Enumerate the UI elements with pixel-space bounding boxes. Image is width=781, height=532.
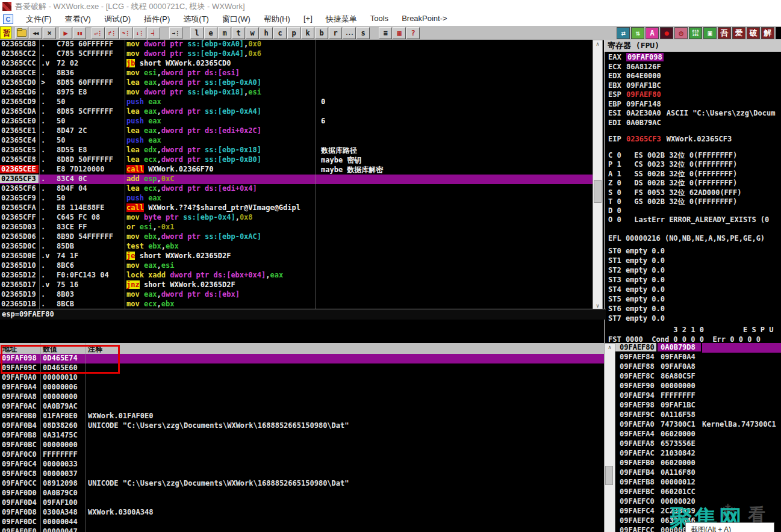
disasm-row[interactable]: 02365CC2.C785 5CFFFFFFmov dword ptr ss:[… [0,49,593,59]
stack-row[interactable]: 09FAEFBC060201CC [615,487,781,497]
dump-row[interactable]: 09FAF0BC00000000 [0,441,604,450]
jie-button[interactable]: 解 [761,27,774,39]
disassembly-scrollbar[interactable]: ∧ ∨ [593,40,603,310]
register-row[interactable]: EIP02365CF3WXWork.02365CF3 [608,135,781,144]
disasm-row[interactable]: 02365CCC.v72 02jb short WXWork.02365CD0 [0,59,593,69]
dump-row[interactable]: 09FAF0C800000037 [0,469,604,479]
patches-button[interactable]: p [287,27,300,39]
scroll-up-icon[interactable]: ∧ [593,40,602,48]
run-button[interactable]: ▶ [59,27,72,39]
flag-row[interactable]: C 0 ES 002B 32位 0(FFFFFFFF) [608,150,781,160]
menu-breakpoint[interactable]: BreakPoint-> [395,14,454,25]
threads-button[interactable]: t [232,27,245,39]
dump-row[interactable]: 09FAF0B80A31475C [0,431,604,441]
open-file-button[interactable] [15,27,28,39]
disasm-row[interactable]: 02365D19.8B03mov eax,dword ptr ds:[ebx] [0,290,593,300]
handles-button[interactable]: h [260,27,273,39]
disasm-row[interactable]: 02365CF9.50push eax [0,194,593,203]
register-row[interactable]: EDX064E0000 [608,72,781,81]
trace-over-button[interactable]: ↓⋮ [133,27,146,39]
fpu-row[interactable]: ST7 empty 0.0 [608,314,781,324]
stack-row[interactable]: 09FAEFA406020000 [615,430,781,439]
windows-button[interactable]: w [246,27,259,39]
register-row[interactable]: EAX09FAF098 [608,53,781,63]
flag-row[interactable]: D 0 [608,206,781,216]
disasm-row[interactable]: 02365CF6.8D4F 04lea ecx,dword ptr ds:[ed… [0,184,593,194]
goto-button[interactable]: →⋮ [169,27,182,39]
fpu-row[interactable]: ST2 empty 0.0 [608,266,781,276]
disasm-row[interactable]: 02365CE5.8D55 E8lea edx,dword ptr ss:[eb… [0,146,593,155]
record-icon-button[interactable]: ● [660,27,673,39]
disasm-row[interactable]: 02365CEE.E8 7D120000call WXWork.02366F70… [0,165,593,175]
register-row[interactable]: EBP09FAF148 [608,100,781,110]
menu-window[interactable]: 窗口(W) [216,14,257,25]
disasm-row[interactable]: 02365CFF.C645 FC 08mov byte ptr ss:[ebp-… [0,213,593,223]
stack-row[interactable]: 09FAEFB800000012 [615,478,781,487]
menu-plus[interactable]: [+] [297,14,319,25]
disassembly-pane[interactable]: 02365CB8.C785 60FFFFFFmov dword ptr ss:[… [0,40,593,309]
dump-row[interactable]: 09FAF0C400000033 [0,460,604,469]
flag-row[interactable]: A 1 SS 002B 32位 0(FFFFFFFF) [608,169,781,179]
disasm-row[interactable]: 02365CE4.50push eax [0,136,593,146]
wu-button[interactable]: 吾 [718,27,731,39]
flag-row[interactable]: S 0 FS 0053 32位 62AD000(FFF) [608,188,781,197]
stack-row[interactable]: 09FAEFA0747300C1KernelBa.747300C1 [615,420,781,430]
menu-options[interactable]: 选项(T) [176,14,216,25]
dump-row[interactable]: 09FAF0A400000006 [0,383,604,392]
dump-row[interactable]: 09FAF0A800000000 [0,392,604,402]
cpu-button[interactable]: c [273,27,287,39]
dump-row[interactable]: 09FAF0CC08912098UNICODE "C:\Users\zzg\Do… [0,479,604,489]
menu-shortcut[interactable]: 快捷菜单 [319,14,364,25]
step-over-button[interactable]: ↱⋮ [105,27,119,39]
stack-row[interactable]: 09FAEF8809FAF0A8 [615,362,781,372]
stack-row[interactable]: 09FAEFA86573556E [615,439,781,449]
pattern-icon-button[interactable]: ▦ [393,27,406,39]
disasm-row[interactable]: 02365D10.8BC6mov eax,esi [0,261,593,271]
scrollbar-thumb[interactable] [594,180,602,203]
child-window-icon[interactable]: C [3,14,13,24]
disasm-row[interactable]: 02365D06.8B9D 54FFFFFFmov ebx,dword ptr … [0,232,593,242]
scrollbar-thumb[interactable] [605,466,613,485]
dump-row[interactable]: 09FAF0DC00000044 [0,518,604,527]
stack-row[interactable]: 09FAEF9000000000 [615,382,781,391]
binary-icon-button[interactable]: 010101 [689,27,702,39]
memory-button[interactable]: m [218,27,231,39]
sync-icon-button[interactable]: ⇄ [617,27,630,39]
flag-row[interactable]: Z 0 DS 002B 32位 0(FFFFFFFF) [608,178,781,188]
disasm-row[interactable]: 02365CDA.8D85 5CFFFFFFlea eax,dword ptr … [0,107,593,117]
disasm-row[interactable]: 02365CD6.8975 E8mov dword ptr ss:[ebp-0x… [0,88,593,97]
rewind-button[interactable]: ◀◀ [29,27,42,39]
dump-row[interactable]: 09FAF0D409FAF100 [0,498,604,508]
dump-row[interactable]: 09FAF0B001FAF0E0WXWork.01FAF0E0 [0,412,604,421]
register-row[interactable]: EDI0A0B79AC [608,119,781,128]
dump-row[interactable]: 09FAF0D80300A348WXWork.0300A348 [0,508,604,518]
scroll-up-icon[interactable]: ∧ [605,344,615,351]
fpu-row[interactable]: ST5 empty 0.0 [608,295,781,305]
ai-button[interactable]: 爱 [732,27,745,39]
runtrace-button[interactable]: ... [343,27,356,39]
disasm-row[interactable]: 02365CB8.C785 60FFFFFFmov dword ptr ss:[… [0,40,593,49]
pause-button[interactable]: ▮▮ [73,27,86,39]
register-row[interactable]: ECX86A8126F [608,63,781,72]
dump-row[interactable]: 09FAF0E000000047 [0,527,604,532]
stack-row[interactable]: 09FAEFB006020000 [615,459,781,468]
disasm-row[interactable]: 02365CF3.83C4 0Cadd esp,0xC [0,175,593,184]
executables-button[interactable]: e [204,27,217,39]
step-into-button[interactable]: ↵⋮ [92,27,105,39]
disasm-row[interactable]: 02365D17.v75 16jnz short WXWork.02365D2F [0,280,593,290]
menu-plugins[interactable]: 插件(P) [137,14,176,25]
dump-row[interactable]: 09FAF0B408D38260UNICODE "C:\Users\zzg\Do… [0,421,604,431]
target-icon-button[interactable]: ◎ [674,27,688,39]
disasm-row[interactable]: 02365CCE.8B36mov esi,dword ptr ds:[esi] [0,69,593,78]
fpu-row[interactable]: ST0 empty 0.0 [608,247,781,256]
disasm-row[interactable]: 02365D1B.8BCBmov ecx,ebx [0,300,593,309]
trace-into-button[interactable]: ↷⋮ [119,27,132,39]
stack-row[interactable]: 09FAEF8C86A80C5F [615,372,781,382]
help-button[interactable]: ? [406,27,420,39]
menu-view[interactable]: 查看(V) [58,14,98,25]
fpu-row[interactable]: ST4 empty 0.0 [608,285,781,295]
window-icon-button[interactable]: ▣ [703,27,717,39]
list-icon-button[interactable]: ≡ [379,27,392,39]
flag-row[interactable]: P 1 CS 0023 32位 0(FFFFFFFF) [608,159,781,169]
menu-tools[interactable]: Tools [364,14,395,25]
